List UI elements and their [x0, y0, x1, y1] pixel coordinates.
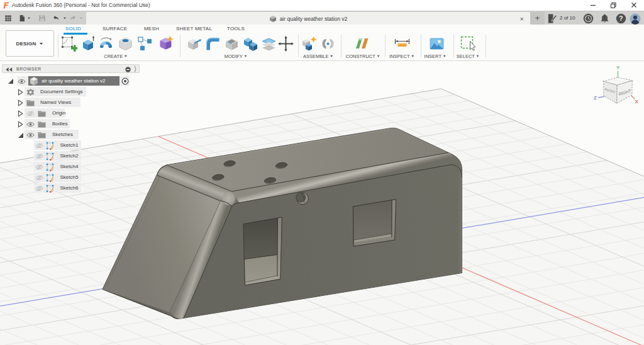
revolve-button[interactable] [97, 35, 114, 52]
group-label-text: INSPECT [389, 54, 409, 59]
visibility-eye-icon[interactable] [26, 122, 35, 127]
expander-collapsed-icon[interactable] [18, 121, 23, 128]
visibility-eye-hidden-icon[interactable] [35, 153, 43, 160]
insert-image-button[interactable] [428, 35, 445, 52]
group-label-insert[interactable]: INSERT ▼ [425, 54, 447, 60]
group-label-inspect[interactable]: INSPECT ▼ [389, 54, 414, 60]
folder-icon [38, 110, 46, 117]
browser-row-origin[interactable]: Origin [0, 108, 164, 118]
title-bar: Autodesk Fusion 360 (Personal - Not for … [0, 0, 644, 11]
visibility-eye-hidden-icon[interactable] [26, 110, 35, 117]
workspace-selector-button[interactable]: DESIGN [6, 30, 54, 57]
activate-component-radio[interactable] [121, 77, 129, 85]
undo-caret-icon[interactable] [63, 17, 67, 20]
group-divider [385, 35, 386, 57]
visibility-eye-icon[interactable] [26, 132, 35, 138]
split-button[interactable] [260, 35, 277, 52]
shell-button[interactable] [223, 35, 240, 52]
visibility-eye-hidden-icon[interactable] [35, 164, 43, 171]
job-status-icon[interactable] [583, 13, 594, 24]
tab-sheet-metal[interactable]: SHEET METAL [176, 26, 212, 33]
browser-row-label: Sketch4 [60, 163, 79, 170]
new-component-button[interactable] [301, 35, 318, 52]
hole-button[interactable] [117, 35, 134, 52]
browser-row-sketches[interactable]: Sketches [0, 130, 164, 139]
redo-button[interactable] [69, 14, 77, 22]
workspace-selector-label: DESIGN [16, 41, 36, 47]
expander-collapsed-icon[interactable] [18, 99, 23, 106]
move-button[interactable] [277, 35, 294, 52]
tab-close-button[interactable]: × [520, 14, 524, 24]
measure-button[interactable] [394, 35, 411, 52]
expander-expanded-icon[interactable] [18, 132, 24, 139]
browser-row-sketch6[interactable]: Sketch6 [0, 183, 164, 193]
file-menu-button[interactable] [18, 14, 26, 22]
browser-panel: BROWSER air quality weather station v2Do… [0, 61, 164, 200]
expander-collapsed-icon[interactable] [18, 110, 23, 117]
group-label-assemble[interactable]: ASSEMBLE ▼ [303, 54, 333, 60]
notifications-bell-icon[interactable] [599, 13, 610, 24]
browser-row-named-views[interactable]: Named Views [0, 98, 164, 107]
group-label-modify[interactable]: MODIFY ▼ [225, 54, 248, 60]
new-tab-button[interactable]: + [530, 12, 545, 25]
dropdown-caret-icon: ▼ [377, 54, 380, 58]
construction-plane-button[interactable] [354, 35, 371, 52]
pattern-button[interactable] [136, 35, 153, 52]
restore-icon [610, 2, 617, 9]
browser-row-label: Bodies [52, 120, 67, 127]
edit-document-counter-icon[interactable] [547, 13, 557, 24]
tab-tools[interactable]: TOOLS [227, 26, 245, 33]
group-divider [58, 35, 58, 57]
group-label-text: CREATE [104, 54, 123, 59]
browser-row-sketch2[interactable]: Sketch2 [0, 151, 164, 161]
group-divider [341, 35, 341, 57]
group-label-create[interactable]: CREATE ▼ [104, 54, 127, 60]
extrude-button[interactable] [80, 35, 97, 52]
create-form-button[interactable] [157, 35, 174, 52]
browser-row-sketch5[interactable]: Sketch5 [0, 172, 164, 182]
group-divider [486, 35, 486, 57]
create-sketch-button[interactable] [60, 35, 77, 52]
tab-surface[interactable]: SURFACE [103, 26, 127, 33]
undo-button[interactable] [52, 14, 60, 22]
document-cube-icon [269, 15, 277, 23]
close-button[interactable] [625, 0, 643, 10]
group-label-select[interactable]: SELECT ▼ [457, 54, 480, 60]
group-label-construct[interactable]: CONSTRUCT ▼ [346, 54, 380, 60]
browser-row-label: Named Views [40, 99, 71, 106]
joint-button[interactable] [319, 35, 336, 52]
fillet-button[interactable] [204, 35, 221, 52]
browser-row-sketch1[interactable]: Sketch1 [0, 140, 164, 150]
browser-row-label: Sketch2 [60, 152, 79, 159]
settings-gear-icon [26, 88, 35, 96]
document-tab[interactable]: air quality weather station v2 × [86, 12, 530, 25]
visibility-eye-hidden-icon[interactable] [35, 142, 43, 149]
visibility-eye-hidden-icon[interactable] [35, 185, 43, 192]
component-cube-icon [30, 77, 38, 86]
browser-row-air-quality-weather-station-v2[interactable]: air quality weather station v2 [0, 76, 164, 86]
save-button[interactable] [38, 14, 46, 22]
group-divider [453, 35, 454, 57]
visibility-eye-icon[interactable] [18, 79, 26, 84]
select-button[interactable] [460, 35, 477, 52]
restore-button[interactable] [604, 0, 623, 10]
top-toolbar: air quality weather station v2 × + 2 of … [0, 11, 644, 25]
sketch-icon [46, 142, 54, 150]
minimize-button[interactable] [584, 0, 602, 10]
account-avatar[interactable] [630, 13, 641, 25]
browser-row-sketch4[interactable]: Sketch4 [0, 162, 164, 171]
tab-mesh[interactable]: MESH [144, 26, 159, 33]
press-pull-button[interactable] [186, 35, 203, 52]
visibility-eye-hidden-icon[interactable] [35, 174, 43, 181]
help-icon[interactable]: ? [616, 13, 626, 24]
redo-caret-icon[interactable] [79, 17, 83, 20]
dropdown-caret-icon: ▼ [244, 54, 247, 58]
file-menu-caret-icon[interactable] [27, 17, 31, 20]
folder-icon [38, 121, 46, 128]
app-menu-button[interactable] [4, 14, 12, 22]
expander-collapsed-icon[interactable] [18, 89, 23, 96]
combine-button[interactable] [242, 35, 259, 52]
browser-row-document-settings[interactable]: Document Settings [0, 87, 164, 96]
browser-row-bodies[interactable]: Bodies [0, 119, 164, 128]
expander-expanded-icon[interactable] [8, 78, 14, 84]
